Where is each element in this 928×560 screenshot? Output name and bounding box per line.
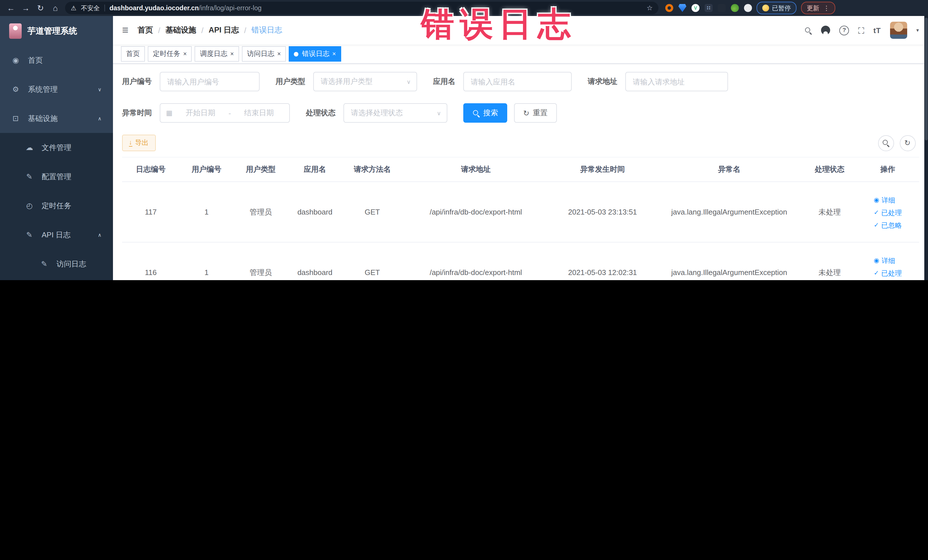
extension-icon[interactable]: [665, 4, 673, 12]
tab-close-icon[interactable]: ×: [277, 51, 281, 57]
end-date-placeholder: 结束日期: [235, 108, 284, 118]
date-separator: -: [229, 109, 231, 117]
tab[interactable]: 首页: [121, 46, 145, 62]
paused-extension-badge[interactable]: 已暂停: [757, 2, 797, 14]
user-id-label: 用户编号: [122, 76, 152, 87]
download-icon: ↓: [129, 139, 132, 146]
app-name-input[interactable]: [463, 72, 572, 91]
sidebar-item[interactable]: ✎ 错误日志: [0, 278, 113, 280]
column-header: 异常名: [656, 157, 803, 182]
cell-request-url: /api/infra/db-doc/export-html: [403, 242, 549, 280]
sidebar-item[interactable]: ✎ API 日志 ∧: [0, 220, 113, 249]
chevron-icon: ∧: [98, 232, 102, 238]
font-size-icon[interactable]: tT: [873, 26, 881, 34]
table-body: 117 1 管理员 dashboard GET /api/infra/db-do…: [122, 182, 919, 280]
not-secure-warning-icon[interactable]: ⚠: [71, 4, 76, 12]
chevron-icon: ∨: [98, 87, 102, 92]
breadcrumb-item[interactable]: 首页: [137, 25, 153, 35]
url-text[interactable]: dashboard.yudao.iocoder.cn/infra/log/api…: [110, 5, 262, 11]
mark-ignored-link[interactable]: ✓已忽略: [874, 222, 902, 229]
sidebar-item[interactable]: ◴ 定时任务: [0, 191, 113, 220]
help-icon[interactable]: ?: [839, 25, 849, 35]
scrollbar-thumb[interactable]: [925, 18, 927, 140]
back-icon[interactable]: ←: [6, 4, 16, 12]
cell-app-name: dashboard: [288, 182, 342, 242]
extension-icon[interactable]: on: [718, 4, 726, 12]
forward-icon[interactable]: →: [21, 4, 31, 12]
cell-method: GET: [342, 242, 403, 280]
user-type-select[interactable]: 请选择用户类型 ∨: [313, 72, 417, 91]
chevron-down-icon: ∨: [406, 78, 411, 85]
logo-image: [9, 23, 22, 38]
search-button[interactable]: 搜索: [463, 103, 507, 123]
filter-exception-time: 异常时间 ▦ 开始日期 - 结束日期: [122, 103, 290, 123]
eye-icon: ◉: [874, 258, 879, 264]
search-icon[interactable]: [804, 26, 812, 34]
refresh-table-button[interactable]: ↻: [899, 135, 916, 151]
refresh-icon: ↻: [523, 109, 530, 117]
sidebar-item[interactable]: ☁ 文件管理: [0, 133, 113, 162]
sidebar-item[interactable]: ⚙ 系统管理 ∨: [0, 75, 113, 104]
toggle-search-button[interactable]: [878, 135, 894, 151]
sidebar-item[interactable]: ✎ 配置管理: [0, 162, 113, 191]
github-icon[interactable]: [821, 26, 830, 35]
reset-button[interactable]: ↻ 重置: [514, 103, 557, 123]
breadcrumb-item[interactable]: 错误日志: [251, 25, 282, 35]
extension-icon[interactable]: [731, 4, 739, 12]
request-url-input[interactable]: [625, 72, 728, 91]
sidebar-item-label: API 日志: [42, 230, 70, 240]
mark-processed-link[interactable]: ✓已处理: [874, 270, 902, 277]
breadcrumb-item[interactable]: 基础设施: [165, 25, 196, 35]
detail-link[interactable]: ◉详细: [874, 257, 895, 264]
mark-processed-link[interactable]: ✓已处理: [874, 209, 902, 216]
extension-icon[interactable]: V: [691, 4, 699, 12]
screen: ← → ↻ ⌂ ⚠ 不安全 dashboard.yudao.iocoder.cn…: [0, 0, 928, 280]
browser-menu-icon[interactable]: ⋮: [823, 4, 830, 12]
tab[interactable]: 调度日志 ×: [195, 46, 239, 62]
tab-close-icon[interactable]: ×: [230, 51, 234, 57]
window-scrollbar[interactable]: [924, 16, 928, 280]
app-title: 芋道管理系统: [27, 25, 77, 36]
reload-icon[interactable]: ↻: [35, 4, 46, 12]
tab[interactable]: 错误日志 ×: [289, 46, 341, 62]
user-id-input[interactable]: [160, 72, 259, 91]
detail-link[interactable]: ◉详细: [874, 197, 895, 204]
sidebar-item-icon: ✎: [25, 230, 34, 239]
avatar-caret-icon[interactable]: ▾: [916, 27, 919, 33]
tab-close-icon[interactable]: ×: [183, 51, 187, 57]
export-button[interactable]: ↓ 导出: [122, 135, 156, 151]
app-logo-row[interactable]: 芋道管理系统: [0, 16, 113, 46]
sidebar: 芋道管理系统 ◉ 首页 ⚙ 系统管理 ∨: [0, 16, 113, 280]
sidebar-toggle-icon[interactable]: ≡: [122, 24, 128, 37]
tab[interactable]: 定时任务 ×: [148, 46, 192, 62]
sidebar-item[interactable]: ✎ 访问日志: [0, 249, 113, 278]
table-row: 116 1 管理员 dashboard GET /api/infra/db-do…: [122, 242, 919, 280]
extension-icon[interactable]: ∷: [705, 4, 713, 12]
filter-app-name: 应用名: [433, 72, 572, 91]
extension-icon[interactable]: [744, 4, 752, 12]
column-header: 请求方法名: [342, 157, 403, 182]
sidebar-item[interactable]: ◉ 首页: [0, 46, 113, 75]
cell-exception-name: java.lang.IllegalArgumentException: [656, 182, 803, 242]
fullscreen-icon[interactable]: ⛶: [858, 26, 864, 35]
cell-request-url: /api/infra/db-doc/export-html: [403, 182, 549, 242]
date-range-picker[interactable]: ▦ 开始日期 - 结束日期: [160, 103, 290, 123]
sidebar-item[interactable]: ⊡ 基础设施 ∧: [0, 104, 113, 133]
filter-user-id: 用户编号: [122, 72, 259, 91]
cell-actions: ◉详细 ✓已处理 ✓已忽略: [857, 242, 919, 280]
bookmark-star-icon[interactable]: ☆: [646, 4, 653, 12]
main-area: ≡ 首页 / 基础设施 / API 日志 / 错误日志: [113, 16, 928, 280]
tab-close-icon[interactable]: ×: [332, 51, 336, 57]
url-divider: [104, 5, 105, 11]
avatar[interactable]: [890, 22, 907, 39]
filter-row-2: 异常时间 ▦ 开始日期 - 结束日期 处理状态 请选择处理状态 ∨: [122, 103, 919, 123]
browser-home-icon[interactable]: ⌂: [50, 4, 61, 12]
breadcrumb-item[interactable]: API 日志: [209, 25, 239, 35]
table-header-row: 日志编号用户编号用户类型应用名请求方法名请求地址异常发生时间异常名处理状态操作: [122, 157, 919, 182]
exception-time-label: 异常时间: [122, 108, 152, 118]
extension-icon[interactable]: [678, 4, 686, 12]
chrome-update-badge[interactable]: 更新 ⋮: [801, 2, 835, 14]
process-status-select[interactable]: 请选择处理状态 ∨: [343, 103, 447, 123]
cell-log-id: 116: [122, 242, 179, 280]
tab[interactable]: 访问日志 ×: [242, 46, 286, 62]
